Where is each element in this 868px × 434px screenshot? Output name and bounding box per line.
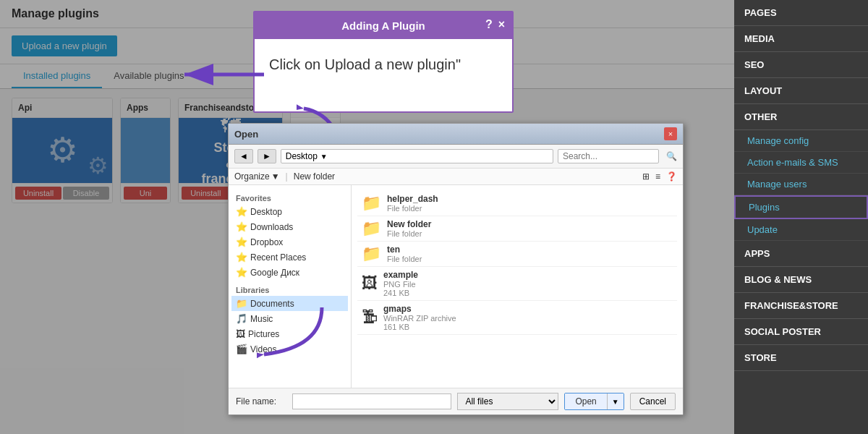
google-disk-star-icon: ⭐ xyxy=(236,267,247,278)
file-item-helper-dash[interactable]: 📁 helper_dash File folder xyxy=(357,191,677,216)
tree-item-dropbox[interactable]: ⭐ Dropbox xyxy=(231,234,348,250)
right-sidebar: PAGES MEDIA SEO LAYOUT OTHER Manage conf… xyxy=(734,0,868,434)
sidebar-section-blog-news[interactable]: BLOG & NEWS xyxy=(734,267,868,293)
modal-help-button[interactable]: ? xyxy=(485,18,493,31)
nav-back-button[interactable]: ◄ xyxy=(234,149,253,163)
open-btn-group: Open ▼ xyxy=(564,393,624,410)
filename-label: File name: xyxy=(236,396,286,407)
location-text: Desktop xyxy=(286,151,318,161)
filetype-select[interactable]: All files xyxy=(457,393,558,410)
organize-button[interactable]: Organize ▼ xyxy=(234,171,280,182)
dropbox-star-icon: ⭐ xyxy=(236,237,247,247)
downloads-star-icon: ⭐ xyxy=(236,221,247,232)
adding-plugin-modal-title: Adding A Plugin xyxy=(341,20,425,32)
sidebar-section-store[interactable]: STORE xyxy=(734,345,868,371)
favorites-star-icon: ⭐ xyxy=(236,206,247,217)
favorites-section: Favorites ⭐ Desktop ⭐ Downloads ⭐ Dropbo… xyxy=(231,191,348,280)
sidebar-link-action-emails[interactable]: Action e-mails & SMS xyxy=(734,152,868,174)
modal-close-button[interactable]: × xyxy=(498,18,505,31)
documents-folder-icon: 📁 xyxy=(236,298,247,309)
file-item-new-folder[interactable]: 📁 New folder File folder xyxy=(357,216,677,242)
filename-input[interactable] xyxy=(292,393,451,409)
sidebar-link-manage-users[interactable]: Manage users xyxy=(734,174,868,195)
tree-item-desktop[interactable]: ⭐ Desktop xyxy=(231,204,348,219)
file-item-gmaps-size: 161 KB xyxy=(383,323,456,331)
help-icon[interactable]: ❓ xyxy=(666,171,677,182)
sidebar-section-media[interactable]: MEDIA xyxy=(734,26,868,52)
file-item-ten-name: ten xyxy=(387,244,422,255)
open-button-arrow[interactable]: ▼ xyxy=(607,393,624,409)
tree-item-music[interactable]: 🎵 Music xyxy=(231,311,348,326)
file-item-example-type: PNG File xyxy=(383,280,418,289)
file-item-gmaps-info: gmaps WinRAR ZIP archive 161 KB xyxy=(383,304,456,331)
open-button[interactable]: Open xyxy=(565,393,606,409)
folder-icon-new: 📁 xyxy=(362,219,381,238)
tree-item-videos[interactable]: 🎬 Videos xyxy=(231,341,348,357)
tree-item-dropbox-label: Dropbox xyxy=(250,237,283,247)
file-item-ten-info: ten File folder xyxy=(387,244,422,263)
file-dialog-close-button[interactable]: × xyxy=(664,127,677,140)
view-icon[interactable]: ⊞ xyxy=(642,171,650,182)
sidebar-link-manage-config[interactable]: Manage config xyxy=(734,130,868,152)
videos-icon: 🎬 xyxy=(236,344,247,354)
file-open-dialog: Open × ◄ ► Desktop ▼ 🔍 Organize ▼ | New … xyxy=(228,123,684,415)
file-dialog-footer: File name: All files Open ▼ Cancel xyxy=(229,388,683,414)
location-bar: Desktop ▼ xyxy=(281,149,553,163)
file-dialog-search-input[interactable] xyxy=(558,149,659,163)
tree-item-music-label: Music xyxy=(250,314,273,324)
sidebar-section-franchise-store[interactable]: FRANCHISE&STORE xyxy=(734,293,868,319)
file-item-helper-name: helper_dash xyxy=(387,194,438,204)
file-dialog-titlebar: Open × xyxy=(229,124,683,145)
file-item-ten[interactable]: 📁 ten File folder xyxy=(357,242,677,267)
file-item-helper-type: File folder xyxy=(387,204,438,213)
adding-plugin-modal: Adding A Plugin ? × Click on Upload a ne… xyxy=(253,11,514,113)
adding-plugin-instruction: Click on Upload a new plugin" xyxy=(269,56,461,72)
sidebar-section-pages[interactable]: PAGES xyxy=(734,0,868,26)
new-folder-button[interactable]: New folder xyxy=(294,171,335,182)
file-dialog-toolbar: Organize ▼ | New folder ⊞ ≡ ❓ xyxy=(229,169,683,185)
folder-icon-helper: 📁 xyxy=(362,194,381,213)
organize-label: Organize xyxy=(234,171,270,182)
file-item-gmaps-name: gmaps xyxy=(383,304,456,314)
tree-item-documents-label: Documents xyxy=(250,299,294,309)
pictures-icon: 🖼 xyxy=(236,328,245,339)
sidebar-section-other[interactable]: OTHER xyxy=(734,104,868,130)
nav-forward-button[interactable]: ► xyxy=(258,149,276,163)
tree-item-google-disk[interactable]: ⭐ Google Диск xyxy=(231,265,348,280)
tree-item-pictures[interactable]: 🖼 Pictures xyxy=(231,326,348,341)
sidebar-link-update[interactable]: Update xyxy=(734,219,868,241)
favorites-header: Favorites xyxy=(231,191,348,204)
sidebar-section-apps[interactable]: APPS xyxy=(734,241,868,267)
libraries-section: Libraries 📁 Documents 🎵 Music 🖼 Pictures… xyxy=(231,283,348,357)
file-item-example[interactable]: 🖼 example PNG File 241 KB xyxy=(357,267,677,301)
file-item-gmaps[interactable]: 🗜 gmaps WinRAR ZIP archive 161 KB xyxy=(357,301,677,335)
tree-item-downloads[interactable]: ⭐ Downloads xyxy=(231,219,348,234)
toolbar-divider: | xyxy=(286,171,288,182)
recent-star-icon: ⭐ xyxy=(236,252,247,263)
tree-item-recent-places[interactable]: ⭐ Recent Places xyxy=(231,250,348,265)
tree-item-documents[interactable]: 📁 Documents xyxy=(231,296,348,311)
sidebar-section-layout[interactable]: LAYOUT xyxy=(734,78,868,104)
tree-item-downloads-label: Downloads xyxy=(250,222,293,232)
file-item-new-folder-info: New folder File folder xyxy=(387,219,431,238)
file-item-example-name: example xyxy=(383,270,418,280)
file-dialog-nav: ◄ ► Desktop ▼ 🔍 xyxy=(229,145,683,169)
file-dialog-body: Favorites ⭐ Desktop ⭐ Downloads ⭐ Dropbo… xyxy=(229,185,683,388)
organize-arrow-icon: ▼ xyxy=(271,171,280,182)
sidebar-section-social-poster[interactable]: SOCIAL POSTER xyxy=(734,319,868,345)
details-icon[interactable]: ≡ xyxy=(655,171,660,182)
file-tree: Favorites ⭐ Desktop ⭐ Downloads ⭐ Dropbo… xyxy=(229,185,352,388)
adding-plugin-modal-titlebar: Adding A Plugin ? × xyxy=(255,12,512,39)
tree-item-videos-label: Videos xyxy=(250,344,276,354)
file-item-new-folder-type: File folder xyxy=(387,229,431,238)
folder-icon-ten: 📁 xyxy=(362,244,381,263)
file-list: 📁 helper_dash File folder 📁 New folder F… xyxy=(352,185,683,388)
cancel-button[interactable]: Cancel xyxy=(630,393,676,410)
png-icon-example: 🖼 xyxy=(362,274,378,293)
tree-item-recent-label: Recent Places xyxy=(250,252,306,263)
file-item-example-info: example PNG File 241 KB xyxy=(383,270,418,297)
sidebar-link-plugins[interactable]: Plugins xyxy=(734,195,868,219)
tree-item-desktop-label: Desktop xyxy=(250,207,282,217)
file-item-helper-info: helper_dash File folder xyxy=(387,194,438,213)
sidebar-section-seo[interactable]: SEO xyxy=(734,52,868,78)
